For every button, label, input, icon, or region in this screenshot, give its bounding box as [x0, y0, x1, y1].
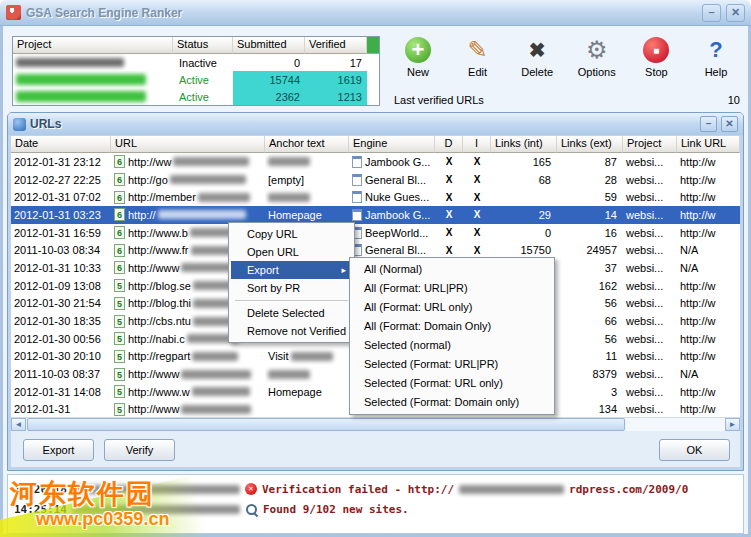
scrollbar-thumb[interactable] [27, 418, 625, 431]
url-value: 5http://www [111, 365, 265, 383]
url-row[interactable]: 2012-02-27 22:256http://go[empty]General… [11, 171, 740, 189]
engine-label: General Bl... [365, 244, 426, 256]
submenu-item-all-normal[interactable]: All (Normal) [352, 260, 552, 279]
help-button[interactable]: ?Help [692, 37, 740, 78]
links-external: 14 [557, 206, 623, 224]
project-column-header-submitted[interactable]: Submitted [233, 37, 305, 54]
links-external: 11 [557, 348, 623, 366]
project-submitted: 15744 [233, 71, 305, 88]
pagerank-badge: 6 [114, 261, 125, 274]
url-row[interactable]: 2012-01-31 03:236http://HomepageJambook … [11, 206, 740, 224]
url-date: 2011-10-03 08:34 [11, 241, 111, 259]
anchor-text: Visit [265, 348, 349, 366]
links-external: 87 [557, 153, 623, 171]
links-external: 56 [557, 295, 623, 313]
submenu-item-selected-format-url-only[interactable]: Selected (Format: URL only) [352, 374, 552, 393]
log-message-suffix: rdpress.com/2009/0 [569, 483, 688, 496]
menu-item-export[interactable]: Export▸ [231, 261, 352, 279]
menu-item-copy-url[interactable]: Copy URL [231, 225, 352, 243]
submenu-item-all-format-url-only[interactable]: All (Format: URL only) [352, 298, 552, 317]
url-text: http://www [128, 403, 179, 415]
row-project-name: websi... [623, 188, 677, 206]
column-header-i[interactable]: I [463, 136, 491, 153]
anchor-text [265, 153, 349, 171]
indexed-flag: X [463, 153, 491, 171]
redacted-url [198, 193, 250, 202]
url-text: http://www.w [128, 386, 190, 398]
row-project-name: websi... [623, 206, 677, 224]
row-link-url: http://w [677, 348, 740, 366]
submenu-item-selected-format-url-pr[interactable]: Selected (Format: URL|PR) [352, 355, 552, 374]
url-text: http://ww [128, 156, 171, 168]
anchor-text [265, 365, 349, 383]
column-header-engine[interactable]: Engine [349, 136, 435, 153]
project-column-header-status[interactable]: Status [173, 37, 233, 54]
stop-button[interactable]: ■Stop [632, 37, 680, 78]
row-link-url: http://w [677, 188, 740, 206]
button-strip: Export Verify OK [11, 431, 740, 467]
column-header-url[interactable]: URL [111, 136, 265, 153]
main-titlebar[interactable]: GSA Search Engine Ranker – ✕ [0, 0, 751, 26]
menu-item-sort-by-pr[interactable]: Sort by PR [231, 279, 352, 297]
links-external: 24957 [557, 241, 623, 259]
anchor-label: Visit [268, 350, 289, 362]
column-header-date[interactable]: Date [11, 136, 111, 153]
project-row[interactable]: Active157441619 [13, 71, 379, 88]
horizontal-scrollbar[interactable]: ◄ ► [11, 417, 740, 431]
menu-item-remove-not-verified[interactable]: Remove not Verified [231, 322, 352, 340]
links-external: 134 [557, 401, 623, 417]
indexed-flag: X [463, 188, 491, 206]
pagerank-badge: 6 [114, 208, 125, 221]
menu-item-label: Copy URL [247, 225, 298, 243]
url-text: http://www [128, 262, 179, 274]
column-header-links-ext[interactable]: Links (ext) [557, 136, 623, 153]
links-internal [491, 188, 557, 206]
column-header-project[interactable]: Project [623, 136, 677, 153]
submenu-item-all-format-domain-only[interactable]: All (Format: Domain Only) [352, 317, 552, 336]
submenu-item-selected-normal[interactable]: Selected (normal) [352, 336, 552, 355]
url-text: http://cbs.ntu [128, 315, 191, 327]
row-link-url: http://w [677, 330, 740, 348]
submenu-item-selected-format-domain-only[interactable]: Selected (Format: Domain only) [352, 393, 552, 412]
close-button[interactable]: ✕ [726, 4, 745, 22]
scroll-right-button[interactable]: ► [725, 418, 740, 431]
window-title: GSA Search Engine Ranker [26, 6, 697, 20]
redacted-url [192, 352, 238, 361]
menu-separator [235, 300, 348, 301]
pagerank-badge: 5 [114, 297, 125, 310]
url-text: http://nabi.c [128, 333, 185, 345]
project-column-header-verified[interactable]: Verified [305, 37, 367, 54]
new-button[interactable]: +New [394, 37, 442, 78]
anchor-text: [empty] [265, 171, 349, 189]
scrollbar-track[interactable] [626, 418, 725, 431]
submenu-item-all-format-url-pr[interactable]: All (Format: URL|PR) [352, 279, 552, 298]
urls-minimize-button[interactable]: – [700, 116, 717, 132]
delete-button[interactable]: ✖Delete [513, 37, 561, 78]
column-header-links-int[interactable]: Links (int) [491, 136, 557, 153]
url-row[interactable]: 2012-01-31 23:126http://wwJambook G...XX… [11, 153, 740, 171]
edit-button[interactable]: ✎Edit [454, 37, 502, 78]
column-header-d[interactable]: D [435, 136, 463, 153]
url-row[interactable]: 2012-01-31 16:596http://www.bBeepWorld..… [11, 224, 740, 242]
urls-close-button[interactable]: ✕ [721, 116, 738, 132]
options-button[interactable]: ⚙Options [573, 37, 621, 78]
menu-item-open-url[interactable]: Open URL [231, 243, 352, 261]
engine-name: Jambook G... [349, 206, 435, 224]
menu-item-delete-selected[interactable]: Delete Selected [231, 304, 352, 322]
column-header-anchor-text[interactable]: Anchor text [265, 136, 349, 153]
url-row[interactable]: 2012-01-31 07:026http://memberNuke Gues.… [11, 188, 740, 206]
scroll-left-button[interactable]: ◄ [11, 418, 26, 431]
project-row[interactable]: Inactive017 [13, 54, 379, 71]
verify-button[interactable]: Verify [104, 439, 175, 461]
export-button[interactable]: Export [23, 439, 94, 461]
indexed-flag: X [463, 224, 491, 242]
column-header-link-url[interactable]: Link URL [677, 136, 740, 153]
engine-icon [352, 174, 362, 186]
toolbar-button-label: Options [578, 66, 616, 78]
project-column-header-project[interactable]: Project [13, 37, 173, 54]
project-row[interactable]: Active23621213 [13, 88, 379, 105]
urls-titlebar[interactable]: URLs – ✕ [8, 113, 743, 135]
row-project-name: websi... [623, 383, 677, 401]
minimize-button[interactable]: – [702, 4, 721, 22]
ok-button[interactable]: OK [659, 439, 730, 461]
